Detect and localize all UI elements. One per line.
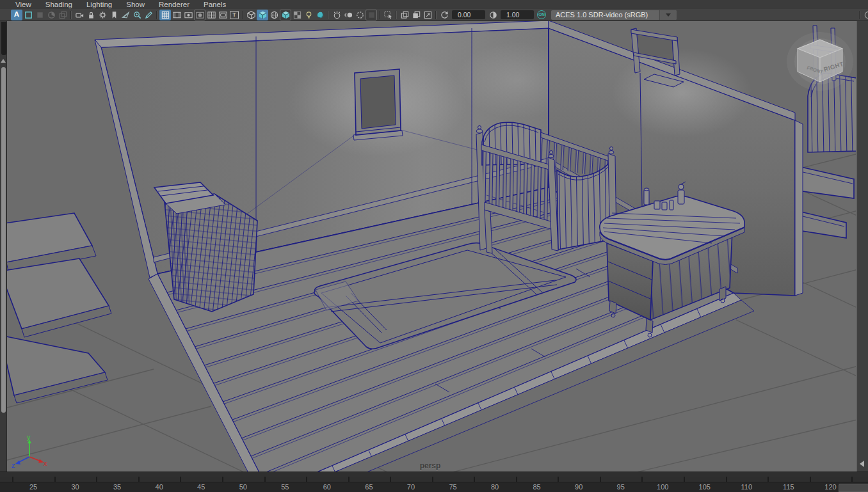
frame-label[interactable]: 115 <box>783 482 794 492</box>
view-transform-value: ACES 1.0 SDR-video (sRGB) <box>551 10 659 20</box>
film-gate-icon[interactable] <box>171 10 182 20</box>
frame-label[interactable]: 120 <box>824 482 836 492</box>
panel-toolbar: AT0.001.00ONACES 1.0 SDR-video (sRGB) <box>0 9 868 21</box>
toolbar-separator <box>857 10 862 20</box>
exposure-icon[interactable] <box>438 10 450 20</box>
show-manipulators-icon-glyph: A <box>14 11 19 19</box>
default-material-icon[interactable] <box>291 10 303 20</box>
frame-label[interactable]: 90 <box>575 482 583 492</box>
exposure-field[interactable]: 0.00 <box>452 10 485 19</box>
frame-label[interactable]: 25 <box>29 482 37 492</box>
grease-pencil-icon[interactable] <box>143 10 154 20</box>
lasso-select-icon[interactable] <box>34 10 45 20</box>
shadows-icon[interactable] <box>314 10 326 20</box>
left-wall-window[interactable] <box>353 69 403 140</box>
paste-view-icon[interactable] <box>410 10 422 20</box>
color-management-toggle[interactable]: ON <box>536 10 547 20</box>
gate-mask-icon[interactable] <box>194 10 205 20</box>
view-transform-select[interactable]: ACES 1.0 SDR-video (sRGB) <box>551 10 677 20</box>
view-cube[interactable]: FRONT RIGHT <box>787 32 853 91</box>
frame-label[interactable]: 50 <box>239 482 247 492</box>
timeline-end-box[interactable] <box>839 484 868 492</box>
frame-label[interactable]: 105 <box>699 482 711 492</box>
right-panel-edge[interactable] <box>856 21 868 472</box>
frame-tick <box>641 477 643 482</box>
frame-label[interactable]: 85 <box>533 482 540 492</box>
frame-tick <box>96 477 97 482</box>
scroll-up-icon[interactable] <box>1 59 6 63</box>
frame-label[interactable]: 75 <box>449 482 456 492</box>
marquee-select-icon[interactable] <box>22 10 34 20</box>
toolbar-separator <box>326 10 331 20</box>
frame-label[interactable]: 45 <box>197 482 205 492</box>
motion-blur-icon[interactable] <box>342 10 354 20</box>
frame-label[interactable]: 30 <box>71 482 79 492</box>
right-wall-end-cap <box>795 120 803 296</box>
menu-item-lighting[interactable]: Lighting <box>79 0 119 9</box>
y-axis-label: y <box>27 433 31 441</box>
frame-label[interactable]: 110 <box>741 482 753 492</box>
toolbar-separator <box>240 10 245 20</box>
image-plane-icon[interactable] <box>120 10 131 20</box>
select-camera-icon[interactable] <box>74 10 85 20</box>
textured-display-icon[interactable] <box>268 10 280 20</box>
safe-action-icon[interactable] <box>217 10 229 20</box>
frame-tick <box>768 477 769 482</box>
toolbar-separator <box>154 10 159 20</box>
menu-item-shading[interactable]: Shading <box>38 0 79 9</box>
frame-label[interactable]: 100 <box>657 482 668 492</box>
wireframe-on-shaded-icon[interactable] <box>280 10 291 20</box>
x-axis-label: x <box>44 459 47 467</box>
frame-label[interactable]: 55 <box>281 482 289 492</box>
isolate-select-icon[interactable] <box>382 10 394 20</box>
bookmark-view-icon[interactable] <box>108 10 120 20</box>
frame-label[interactable]: 35 <box>113 482 121 492</box>
render-layers-icon[interactable] <box>57 10 68 20</box>
sequence-time-icon[interactable] <box>366 10 377 20</box>
gamma-field[interactable]: 1.00 <box>501 10 534 19</box>
frame-tick <box>390 477 391 482</box>
scrollbar-thumb[interactable] <box>1 67 6 413</box>
ssao-icon[interactable] <box>331 10 342 20</box>
frame-label[interactable]: 80 <box>491 482 499 492</box>
clipped-right-icon[interactable] <box>862 10 868 20</box>
safe-title-icon[interactable]: T <box>229 10 240 20</box>
grid-toggle-icon[interactable] <box>159 10 171 20</box>
scrollbar-top-button[interactable] <box>1 22 6 55</box>
pan-zoom-icon[interactable] <box>131 10 143 20</box>
frame-tick <box>810 477 811 482</box>
multisample-icon[interactable] <box>354 10 366 20</box>
time-slider-ruler[interactable] <box>0 477 868 482</box>
smooth-shade-icon[interactable] <box>257 10 268 20</box>
expand-panel-icon[interactable] <box>860 461 864 467</box>
viewport-canvas[interactable]: FRONT RIGHT y x z <box>0 21 868 472</box>
camera-name-label: persp <box>420 461 441 470</box>
frame-tick <box>558 477 559 482</box>
frame-label[interactable]: 95 <box>617 482 625 492</box>
frame-label[interactable]: 60 <box>323 482 331 492</box>
frame-label[interactable]: 40 <box>156 482 163 492</box>
frame-label[interactable]: 70 <box>407 482 415 492</box>
left-panel-scrollbar[interactable] <box>0 21 7 472</box>
paint-select-icon[interactable] <box>45 10 57 20</box>
gamma-icon[interactable] <box>487 10 499 20</box>
lock-camera-icon[interactable] <box>85 10 97 20</box>
time-slider[interactable]: 2530354045505560657075808590951001051101… <box>0 477 868 492</box>
show-manipulators-icon[interactable]: A <box>11 10 22 20</box>
frame-label[interactable]: 65 <box>365 482 373 492</box>
menu-item-view[interactable]: View <box>8 0 38 9</box>
menu-item-show[interactable]: Show <box>119 0 152 9</box>
copy-view-icon[interactable] <box>399 10 410 20</box>
wireframe-display-icon[interactable] <box>245 10 257 20</box>
menu-item-panels[interactable]: Panels <box>197 0 233 9</box>
lights-icon[interactable] <box>303 10 314 20</box>
field-chart-icon[interactable] <box>205 10 217 20</box>
frame-tick <box>222 477 223 482</box>
camera-attributes-icon[interactable] <box>97 10 108 20</box>
resolution-gate-icon[interactable] <box>182 10 194 20</box>
frame-tick <box>264 477 266 482</box>
chevron-down-icon[interactable] <box>659 10 677 20</box>
zoom-region-icon[interactable] <box>422 10 433 20</box>
menu-item-renderer[interactable]: Renderer <box>152 0 197 9</box>
viewport[interactable]: FRONT RIGHT y x z persp <box>0 21 868 472</box>
